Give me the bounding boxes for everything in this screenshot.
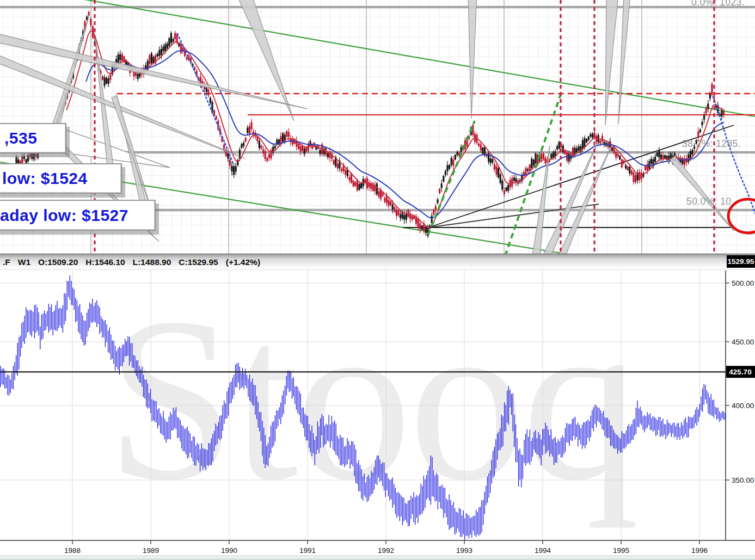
close-value: C:1529.95 [179, 257, 218, 267]
x-axis-year-label: 1992 [378, 546, 394, 555]
y-axis-label: 500.00 [732, 279, 754, 287]
open-value: O:1509.20 [38, 257, 78, 267]
y-axis-label: 400.00 [732, 402, 754, 410]
screenshot-root: 0.0%: 1023. 38.2%: 1285. 50.0%: 10 ,535 … [0, 0, 755, 560]
y-axis-label: 350.00 [732, 476, 754, 484]
timeframe-label: W1 [18, 257, 30, 267]
x-axis-year-label: 1993 [456, 546, 472, 555]
price-callout-low-1524: low: $1524 [0, 163, 122, 194]
x-axis-year-label: 1994 [535, 546, 551, 555]
fib-label-0: 0.0%: 1023. [691, 0, 745, 8]
fib-label-382: 38.2%: 1285. [682, 138, 741, 150]
price-callout-1535: ,535 [0, 123, 66, 153]
low-value: L:1488.90 [133, 257, 171, 267]
high-value: H:1546.10 [85, 257, 125, 267]
change-percent: (+1.42%) [226, 257, 260, 267]
x-axis-year-label: 1995 [613, 546, 629, 555]
svg-text:425.70: 425.70 [729, 368, 751, 376]
quote-header-bar: .F W1 O:1509.20 H:1546.10 L:1488.90 C:15… [0, 254, 755, 270]
price-callout-intraday-low-1527: aday low: $1527 [0, 200, 156, 231]
x-axis-year-label: 1991 [299, 546, 316, 555]
bottom-scroll-strip[interactable] [0, 556, 755, 560]
y-axis-label: 450.00 [732, 338, 754, 346]
current-price-badge: 425.70 [726, 366, 755, 378]
x-axis-year-label: 1996 [691, 546, 708, 555]
price-chart-canvas[interactable]: Stooq425.70500.00450.00400.00350.0019881… [0, 254, 755, 560]
x-axis-year-label: 1990 [221, 546, 237, 555]
fib-label-50: 50.0%: 10 [686, 196, 731, 207]
x-axis-year-label: 1988 [64, 546, 81, 555]
symbol-label: .F [3, 257, 10, 267]
x-axis-year-label: 1989 [143, 546, 159, 555]
last-price-badge: 1529.95 [727, 255, 755, 268]
